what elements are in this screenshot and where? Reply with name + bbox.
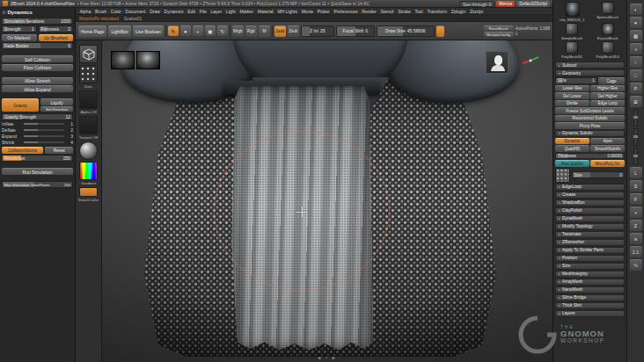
menu-item[interactable]: Edit <box>186 9 197 14</box>
self-collision-button[interactable]: Self Collision <box>2 55 73 62</box>
menu-item[interactable]: Picker <box>315 9 332 14</box>
reset-brush-button[interactable]: ResetBrush <box>484 25 514 31</box>
tool-thumbnail[interactable] <box>566 41 578 54</box>
on-brushed-button[interactable]: On Brushed <box>39 34 74 41</box>
geometry-section-header[interactable]: ▾ Geometry <box>555 69 625 76</box>
tool-section-header[interactable]: ▸ NanoMesh <box>555 286 625 293</box>
draw-mode-icon[interactable]: ● <box>180 25 191 36</box>
del-lower-button[interactable]: Del Lower <box>555 92 589 99</box>
edit-mode-icon[interactable]: ✎ <box>168 25 179 36</box>
menu-item[interactable]: File <box>197 9 209 14</box>
tool-section-header[interactable]: ▸ Thick Skin <box>555 302 625 309</box>
tool-section-header[interactable]: ▸ MeshIntegrity <box>555 271 625 278</box>
quadhd-button[interactable]: QuadHD <box>555 145 589 152</box>
lightbox-button[interactable]: LightBox <box>108 25 130 37</box>
simulation-iterations-slider[interactable]: Simulation Iterations 1000 <box>2 18 73 25</box>
color-picker-icon[interactable] <box>79 162 98 180</box>
micropoly-preview-thumbnail[interactable] <box>555 168 570 183</box>
home-page-button[interactable]: Home Page <box>78 25 106 37</box>
dynamic-subdiv-section-header[interactable]: ▾ Dynamic Subdiv <box>555 130 625 137</box>
shelf-mini-slider[interactable] <box>633 148 638 165</box>
material-sphere-icon[interactable] <box>79 141 98 160</box>
bpr-render-icon[interactable]: ◐ <box>630 4 642 15</box>
tool-thumbnail[interactable] <box>602 2 614 14</box>
tool-section-header[interactable]: ▸ Modify Topology <box>555 223 625 230</box>
post-subdiv-button[interactable]: Post SubDiv <box>555 160 589 167</box>
switch-color-swatch[interactable] <box>79 187 98 197</box>
frame-mesh-icon[interactable]: F <box>630 193 642 205</box>
zadd-toggle[interactable]: Zadd <box>274 25 286 37</box>
mrgb-toggle[interactable]: Mrgb <box>232 25 244 37</box>
dynamics-micro-slider[interactable]: Expand 3 <box>2 134 73 139</box>
tool-slot[interactable]: SimpleBrush <box>555 23 589 40</box>
menu-item[interactable]: Stencil <box>378 9 396 14</box>
render-icon[interactable]: ● <box>630 17 642 28</box>
tool-thumbnail[interactable] <box>602 23 614 35</box>
collision-volume-button[interactable]: CollisionVolume <box>2 147 43 154</box>
tool-section-header[interactable]: ▸ Layers <box>555 310 625 317</box>
menu-item[interactable]: MH Lights <box>275 9 299 14</box>
menu-item[interactable]: Tool <box>413 9 425 14</box>
apex-button[interactable]: Apex <box>590 138 625 145</box>
reset-button[interactable]: Reset <box>45 147 73 154</box>
polyframe-icon[interactable]: ▦ <box>630 30 642 41</box>
run-simulation-button[interactable]: Run Simulation <box>2 168 73 175</box>
tool-section-header[interactable]: ▸ Crease <box>555 192 625 199</box>
micro-slider-track[interactable] <box>23 141 65 144</box>
set-direction-button[interactable]: Set Direction <box>40 106 73 112</box>
menu-item[interactable]: Light <box>223 9 238 14</box>
tool-section-header[interactable]: ▸ Slime Bridge <box>555 294 625 301</box>
menu-item[interactable]: Layer <box>209 9 223 14</box>
on-masked-button[interactable]: On Masked: <box>2 34 37 41</box>
menu-item[interactable]: Zplugin <box>449 9 467 14</box>
z-intensity-slider[interactable]: Z Int 25 <box>301 25 334 37</box>
tool-thumbnail[interactable] <box>565 2 580 17</box>
see-through-slider[interactable]: See-through 0 <box>459 1 494 7</box>
menu-item[interactable]: Render <box>360 9 378 14</box>
tool-section-header[interactable]: ▸ Tessimate <box>555 231 625 238</box>
floor-grid-icon[interactable]: ⊞ <box>630 96 642 107</box>
thickness-slider[interactable]: Thickness 0.00093 <box>555 153 625 160</box>
restore-config-button[interactable]: RestoreConfig <box>484 32 514 37</box>
tool-section-header[interactable]: ▸ Position <box>555 255 625 262</box>
fade-border-slider[interactable]: Fade Border 6 <box>2 42 73 49</box>
transparency-icon[interactable]: ◑ <box>630 43 642 54</box>
solo-icon[interactable]: □ <box>630 69 642 81</box>
menu-item[interactable]: Preferences <box>332 9 360 14</box>
view-thumbnail[interactable] <box>136 51 160 69</box>
higher-res-button[interactable]: Higher Res <box>590 85 625 92</box>
tool-section-header[interactable]: ▸ ZRemesher <box>555 239 625 246</box>
m-toggle[interactable]: M <box>259 25 270 37</box>
tool-section-header[interactable]: ▸ ArrayMesh <box>555 279 625 286</box>
micro-slider-track[interactable] <box>23 128 65 132</box>
liquify-button[interactable]: Liquify <box>40 98 73 105</box>
dynamics-micro-slider[interactable]: Deflate 2 <box>2 127 73 133</box>
menu-item[interactable]: Alpha <box>77 9 93 14</box>
gravity-button[interactable]: Gravity <box>2 98 39 112</box>
smooth-subdiv-button[interactable]: SmoothSubdiv <box>590 145 625 152</box>
tool-section-header[interactable]: ▸ Apply To Similar Parts <box>555 247 625 254</box>
stored-view-thumbnails[interactable] <box>111 51 160 69</box>
menu-item[interactable]: Movie <box>299 9 315 14</box>
menu-item[interactable]: Marker <box>238 9 255 14</box>
rotate-mode-icon[interactable]: ↻ <box>217 25 228 36</box>
alpha-slot-icon[interactable] <box>79 90 98 109</box>
menu-item[interactable]: Draw <box>148 9 162 14</box>
allow-stretch-button[interactable]: Allow Stretch <box>2 77 73 84</box>
dynamics-panel-header[interactable]: ⚙ Dynamics <box>2 9 73 16</box>
draw-size-slider[interactable]: Draw Size 45.58936 <box>377 25 435 37</box>
dynamics-micro-slider[interactable]: Inflate 1 <box>2 121 73 127</box>
zsub-toggle[interactable]: Zsub <box>288 25 299 37</box>
strength-slider[interactable]: Strength 1 <box>2 25 37 33</box>
local-symmetry-icon[interactable]: L <box>630 167 642 178</box>
shelf-mini-slider[interactable] <box>633 128 638 146</box>
tool-slot[interactable]: clot_REDUX_1 <box>555 2 589 22</box>
menu-item[interactable]: Brush <box>93 9 109 14</box>
micropoly-on-button[interactable]: MicroPoly On <box>590 160 625 167</box>
divide-button[interactable]: Divide <box>555 100 589 107</box>
tool-slot[interactable]: EraserBrush <box>591 23 626 40</box>
scroll-canvas-icon[interactable]: ≡ <box>630 233 642 244</box>
zoom-canvas-icon[interactable]: Z <box>630 220 642 231</box>
tool-section-header[interactable]: ▸ ShadowBox <box>555 199 625 206</box>
default-zscript-button[interactable]: DefaultZScript <box>516 1 550 7</box>
